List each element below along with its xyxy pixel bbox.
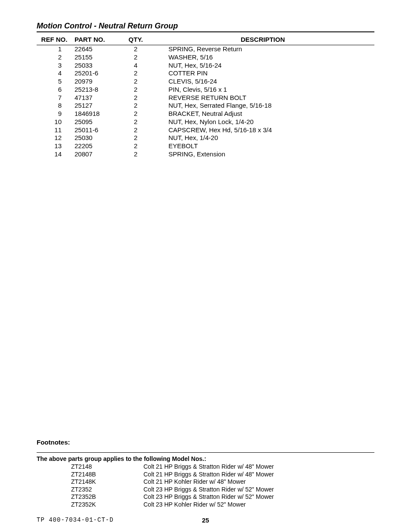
cell-desc: WASHER, 5/16 xyxy=(151,53,374,62)
cell-qty: 2 xyxy=(120,142,151,150)
cell-part: 25127 xyxy=(72,102,120,110)
table-header-row: REF NO. PART NO. QTY. DESCRIPTION xyxy=(37,35,374,45)
cell-qty: 2 xyxy=(120,110,151,118)
cell-qty: 2 xyxy=(120,69,151,78)
cell-qty: 2 xyxy=(120,86,151,94)
models-caption: The above parts group applies to the fol… xyxy=(37,455,374,462)
table-row: 425201-62COTTER PIN xyxy=(37,69,374,78)
cell-desc: NUT, Hex, 1/4-20 xyxy=(151,134,374,142)
cell-qty: 2 xyxy=(120,150,151,159)
table-row: 10250952NUT, Hex, Nylon Lock, 1/4-20 xyxy=(37,118,374,126)
table-row: 12250302NUT, Hex, 1/4-20 xyxy=(37,134,374,142)
cell-part: 25033 xyxy=(72,62,120,70)
model-desc: Colt 23 HP Kohler Rider w/ 52" Mower xyxy=(142,501,276,509)
parts-table: REF NO. PART NO. QTY. DESCRIPTION 122645… xyxy=(37,35,374,159)
col-qty: QTY. xyxy=(120,35,151,45)
cell-part: 20807 xyxy=(72,150,120,159)
cell-part: 22645 xyxy=(72,45,120,53)
cell-ref: 11 xyxy=(37,126,72,134)
cell-qty: 2 xyxy=(120,45,151,53)
table-row: 8251272NUT, Hex, Serrated Flange, 5/16-1… xyxy=(37,102,374,110)
page-title: Motion Control - Neutral Return Group xyxy=(37,22,374,32)
cell-ref: 4 xyxy=(37,69,72,78)
model-row: ZT2148Colt 21 HP Briggs & Stratton Rider… xyxy=(37,463,276,471)
cell-desc: SPRING, Extension xyxy=(151,150,374,159)
cell-desc: EYEBOLT xyxy=(151,142,374,150)
model-desc: Colt 21 HP Briggs & Stratton Rider w/ 48… xyxy=(142,463,276,471)
model-desc: Colt 21 HP Briggs & Stratton Rider w/ 48… xyxy=(142,471,276,479)
cell-part: 25030 xyxy=(72,134,120,142)
model-desc: Colt 23 HP Briggs & Stratton Rider w/ 52… xyxy=(142,486,276,494)
cell-desc: BRACKET, Neutral Adjust xyxy=(151,110,374,118)
model-row: ZT2352KColt 23 HP Kohler Rider w/ 52" Mo… xyxy=(37,501,276,509)
cell-part: 25155 xyxy=(72,53,120,62)
cell-qty: 2 xyxy=(120,118,151,126)
cell-desc: CAPSCREW, Hex Hd, 5/16-18 x 3/4 xyxy=(151,126,374,134)
model-row: ZT2352Colt 23 HP Briggs & Stratton Rider… xyxy=(37,486,276,494)
cell-ref: 2 xyxy=(37,53,72,62)
table-row: 3250334NUT, Hex, 5/16-24 xyxy=(37,62,374,70)
cell-part: 25213-8 xyxy=(72,86,120,94)
table-row: 5209792CLEVIS, 5/16-24 xyxy=(37,78,374,86)
col-desc: DESCRIPTION xyxy=(151,35,374,45)
cell-part: 1846918 xyxy=(72,110,120,118)
cell-qty: 2 xyxy=(120,102,151,110)
cell-desc: CLEVIS, 5/16-24 xyxy=(151,78,374,86)
model-no: ZT2352K xyxy=(37,501,142,509)
model-no: ZT2148B xyxy=(37,471,142,479)
model-no: ZT2352B xyxy=(37,493,142,501)
cell-desc: REVERSE RETURN BOLT xyxy=(151,94,374,102)
model-no: ZT2352 xyxy=(37,486,142,494)
cell-qty: 2 xyxy=(120,78,151,86)
cell-ref: 8 xyxy=(37,102,72,110)
table-row: 918469182BRACKET, Neutral Adjust xyxy=(37,110,374,118)
model-desc: Colt 23 HP Briggs & Stratton Rider w/ 52… xyxy=(142,493,276,501)
table-row: 14208072SPRING, Extension xyxy=(37,150,374,159)
cell-desc: NUT, Hex, 5/16-24 xyxy=(151,62,374,70)
cell-desc: COTTER PIN xyxy=(151,69,374,78)
footnotes-label: Footnotes: xyxy=(37,439,374,446)
cell-ref: 9 xyxy=(37,110,72,118)
cell-part: 22205 xyxy=(72,142,120,150)
cell-qty: 4 xyxy=(120,62,151,70)
model-no: ZT2148K xyxy=(37,478,142,486)
model-desc: Colt 21 HP Kohler Rider w/ 48" Mower xyxy=(142,478,276,486)
models-table: ZT2148Colt 21 HP Briggs & Stratton Rider… xyxy=(37,463,276,508)
cell-part: 25201-6 xyxy=(72,69,120,78)
cell-qty: 2 xyxy=(120,94,151,102)
table-row: 13222052EYEBOLT xyxy=(37,142,374,150)
cell-part: 47137 xyxy=(72,94,120,102)
cell-qty: 2 xyxy=(120,53,151,62)
divider xyxy=(37,452,374,453)
table-row: 1125011-62CAPSCREW, Hex Hd, 5/16-18 x 3/… xyxy=(37,126,374,134)
table-row: 1226452SPRING, Reverse Return xyxy=(37,45,374,53)
cell-desc: SPRING, Reverse Return xyxy=(151,45,374,53)
cell-ref: 6 xyxy=(37,86,72,94)
cell-qty: 2 xyxy=(120,126,151,134)
cell-ref: 10 xyxy=(37,118,72,126)
table-row: 7471372REVERSE RETURN BOLT xyxy=(37,94,374,102)
cell-ref: 1 xyxy=(37,45,72,53)
model-row: ZT2148BColt 21 HP Briggs & Stratton Ride… xyxy=(37,471,276,479)
cell-ref: 7 xyxy=(37,94,72,102)
cell-desc: NUT, Hex, Nylon Lock, 1/4-20 xyxy=(151,118,374,126)
cell-desc: NUT, Hex, Serrated Flange, 5/16-18 xyxy=(151,102,374,110)
cell-part: 25011-6 xyxy=(72,126,120,134)
cell-part: 20979 xyxy=(72,78,120,86)
col-ref: REF NO. xyxy=(37,35,72,45)
page-number: 25 xyxy=(37,516,374,524)
model-row: ZT2352BColt 23 HP Briggs & Stratton Ride… xyxy=(37,493,276,501)
cell-ref: 12 xyxy=(37,134,72,142)
cell-ref: 5 xyxy=(37,78,72,86)
model-row: ZT2148KColt 21 HP Kohler Rider w/ 48" Mo… xyxy=(37,478,276,486)
table-row: 625213-82PIN, Clevis, 5/16 x 1 xyxy=(37,86,374,94)
table-row: 2251552WASHER, 5/16 xyxy=(37,53,374,62)
cell-ref: 3 xyxy=(37,62,72,70)
cell-desc: PIN, Clevis, 5/16 x 1 xyxy=(151,86,374,94)
cell-part: 25095 xyxy=(72,118,120,126)
cell-qty: 2 xyxy=(120,134,151,142)
cell-ref: 13 xyxy=(37,142,72,150)
model-no: ZT2148 xyxy=(37,463,142,471)
col-part: PART NO. xyxy=(72,35,120,45)
cell-ref: 14 xyxy=(37,150,72,159)
